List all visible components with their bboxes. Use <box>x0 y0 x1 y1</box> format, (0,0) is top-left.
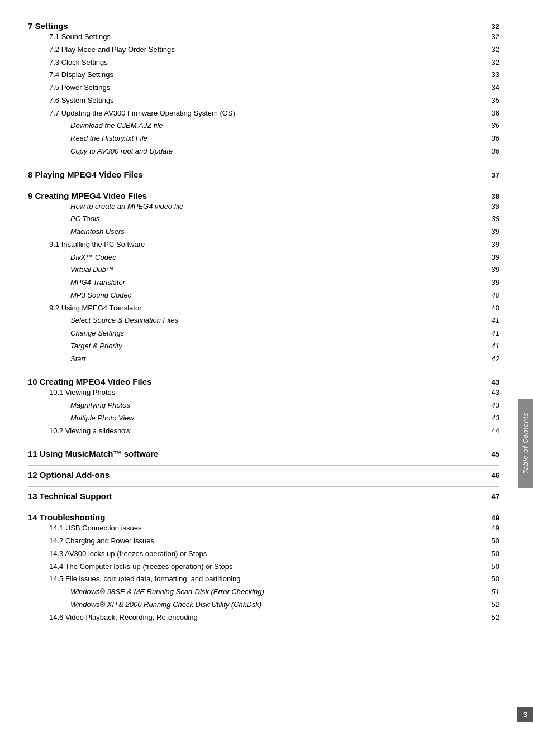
toc-row-s9-2: Macintosh Users39 <box>28 226 499 238</box>
section-label-s14: 14 Troubleshooting <box>28 513 480 522</box>
section-page-s10: 43 <box>480 378 499 386</box>
toc-label-s10-0: 10.1 Viewing Photos <box>49 386 480 399</box>
toc-row-s14-6: Windows® XP & 2000 Running Check Disk Ut… <box>28 599 499 611</box>
toc-label-s14-0: 14.1 USB Connection issues <box>49 522 480 535</box>
toc-label-s14-3: 14.4 The Computer locks-up (freezes oper… <box>49 561 480 573</box>
toc-page-s9-6: 39 <box>480 276 499 289</box>
toc-page-s10-1: 43 <box>480 399 499 412</box>
section-header-s10: 10 Creating MPEG4 Video Files43 <box>28 372 499 386</box>
toc-page-s14-4: 50 <box>480 573 499 586</box>
section-header-s12: 12 Optional Add-ons46 <box>28 465 499 480</box>
toc-row-s7-7: Download the CJBM.AJZ file36 <box>28 119 499 132</box>
toc-row-s9-5: Virtual Dub™39 <box>28 264 499 276</box>
toc-page-s7-2: 32 <box>480 56 499 69</box>
toc-row-s10-0: 10.1 Viewing Photos43 <box>28 386 499 399</box>
toc-label-s14-4: 14.5 File issues, corrupted data, format… <box>49 573 480 586</box>
toc-label-s9-1: PC Tools <box>70 213 480 226</box>
toc-label-s9-8: 9.2 Using MPEG4 Translator <box>49 302 480 315</box>
toc-page-s7-4: 34 <box>480 82 499 94</box>
toc-label-s7-0: 7.1 Sound Settings <box>49 31 480 44</box>
toc-page-s14-5: 51 <box>480 586 499 599</box>
section-page-s14: 49 <box>480 514 499 522</box>
section-page-s13: 47 <box>480 492 499 501</box>
toc-label-s9-3: 9.1 Installing the PC Software <box>49 238 480 251</box>
toc-row-s7-2: 7.3 Clock Settings32 <box>28 56 499 69</box>
toc-page-s9-7: 40 <box>480 289 499 302</box>
toc-row-s14-1: 14.2 Charging and Power issues50 <box>28 535 499 548</box>
toc-page-s7-3: 33 <box>480 69 499 82</box>
toc-label-s9-2: Macintosh Users <box>70 226 480 238</box>
toc-row-s9-6: MPG4 Translator39 <box>28 276 499 289</box>
section-header-s8: 8 Playing MPEG4 Video Files37 <box>28 165 499 179</box>
toc-label-s9-0: How to create an MPEG4 video file <box>70 200 480 213</box>
section-label-s12: 12 Optional Add-ons <box>28 470 480 480</box>
toc-label-s7-7: Download the CJBM.AJZ file <box>70 119 480 132</box>
section-header-s7: 7 Settings32 <box>28 17 499 31</box>
section-label-s9: 9 Creating MPEG4 Video Files <box>28 191 480 200</box>
toc-label-s9-7: MP3 Sound Codec <box>70 289 480 302</box>
toc-page-s14-7: 52 <box>480 611 499 624</box>
toc-page-s9-11: 41 <box>480 340 499 353</box>
toc-row-s14-5: Windows® 98SE & ME Running Scan-Disk (Er… <box>28 586 499 599</box>
section-label-s7: 7 Settings <box>28 21 480 31</box>
toc-row-s7-0: 7.1 Sound Settings32 <box>28 31 499 44</box>
toc-label-s7-4: 7.5 Power Settings <box>49 82 480 94</box>
toc-label-s14-2: 14.3 AV300 locks up (freezes operation) … <box>49 548 480 561</box>
toc-page-s14-3: 50 <box>480 561 499 573</box>
toc-row-s14-4: 14.5 File issues, corrupted data, format… <box>28 573 499 586</box>
toc-label-s7-6: 7.7 Updating the AV300 Firmware Operatin… <box>49 107 480 120</box>
toc-label-s10-1: Magnifying Photos <box>70 399 480 412</box>
toc-label-s9-9: Select Source & Destination Files <box>70 314 480 327</box>
toc-label-s9-6: MPG4 Translator <box>70 276 480 289</box>
toc-label-s9-11: Target & Priority <box>70 340 480 353</box>
toc-content: 7 Settings327.1 Sound Settings327.2 Play… <box>28 17 499 624</box>
toc-row-s9-4: DivX™ Codec39 <box>28 251 499 264</box>
toc-label-s9-10: Change Settings <box>70 327 480 340</box>
page-number-badge: 3 <box>517 707 533 722</box>
toc-page-s10-0: 43 <box>480 386 499 399</box>
toc-page-s9-8: 40 <box>480 302 499 315</box>
section-label-s10: 10 Creating MPEG4 Video Files <box>28 377 480 386</box>
toc-row-s9-0: How to create an MPEG4 video file38 <box>28 200 499 213</box>
toc-row-s7-4: 7.5 Power Settings34 <box>28 82 499 94</box>
toc-page-s14-0: 49 <box>480 522 499 535</box>
toc-page-s14-6: 52 <box>480 599 499 611</box>
toc-page-s14-2: 50 <box>480 548 499 561</box>
section-page-s8: 37 <box>480 171 499 179</box>
toc-row-s7-1: 7.2 Play Mode and Play Order Settings32 <box>28 44 499 56</box>
section-page-s9: 38 <box>480 192 499 200</box>
toc-row-s9-1: PC Tools38 <box>28 213 499 226</box>
section-label-s8: 8 Playing MPEG4 Video Files <box>28 170 480 179</box>
section-page-s7: 32 <box>480 22 499 31</box>
toc-page-s9-12: 42 <box>480 353 499 366</box>
toc-page-s7-6: 36 <box>480 107 499 120</box>
toc-label-s7-8: Read the History.txt File <box>70 132 480 145</box>
toc-row-s9-7: MP3 Sound Codec40 <box>28 289 499 302</box>
toc-page-s9-1: 38 <box>480 213 499 226</box>
toc-label-s14-6: Windows® XP & 2000 Running Check Disk Ut… <box>70 599 480 611</box>
toc-label-s9-5: Virtual Dub™ <box>70 264 480 276</box>
toc-page-s10-3: 44 <box>480 425 499 438</box>
toc-row-s9-3: 9.1 Installing the PC Software39 <box>28 238 499 251</box>
toc-label-s7-1: 7.2 Play Mode and Play Order Settings <box>49 44 480 56</box>
toc-page-s9-0: 38 <box>480 200 499 213</box>
toc-page-s7-1: 32 <box>480 44 499 56</box>
toc-row-s9-11: Target & Priority41 <box>28 340 499 353</box>
toc-label-s7-9: Copy to AV300 root and Update <box>70 145 480 158</box>
section-header-s14: 14 Troubleshooting49 <box>28 508 499 522</box>
toc-row-s9-9: Select Source & Destination Files41 <box>28 314 499 327</box>
section-page-s11: 45 <box>480 450 499 458</box>
toc-label-s10-3: 10.2 Viewing a slideshow <box>49 425 480 438</box>
toc-label-s9-4: DivX™ Codec <box>70 251 480 264</box>
toc-label-s14-7: 14.6 Video Playback, Recording, Re-encod… <box>49 611 480 624</box>
toc-label-s7-3: 7.4 Display Settings <box>49 69 480 82</box>
section-label-s11: 11 Using MusicMatch™ software <box>28 449 480 458</box>
section-header-s11: 11 Using MusicMatch™ software45 <box>28 444 499 458</box>
toc-page-s10-2: 43 <box>480 412 499 425</box>
toc-row-s14-3: 14.4 The Computer locks-up (freezes oper… <box>28 561 499 573</box>
toc-page-s7-8: 36 <box>480 132 499 145</box>
toc-row-s7-9: Copy to AV300 root and Update36 <box>28 145 499 158</box>
toc-label-s7-2: 7.3 Clock Settings <box>49 56 480 69</box>
toc-row-s7-5: 7.6 System Settings35 <box>28 94 499 107</box>
toc-label-s10-2: Multiple Photo View <box>70 412 480 425</box>
